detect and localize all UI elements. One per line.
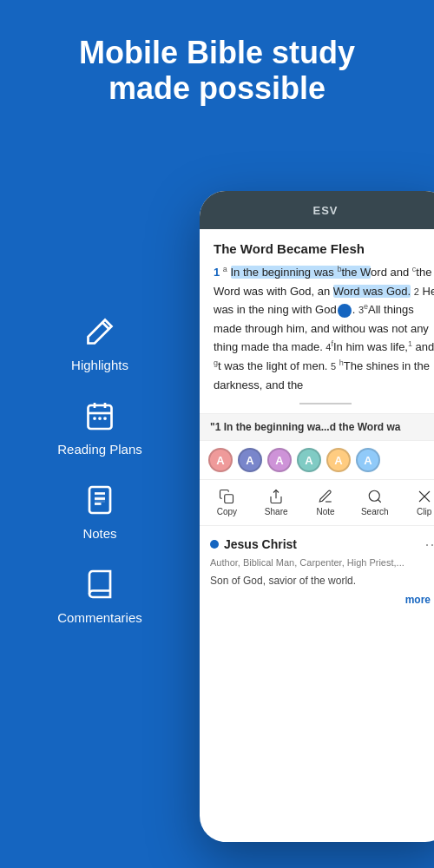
note-label: Note	[316, 507, 334, 516]
color-selector-row[interactable]: A A A A A A	[200, 441, 434, 480]
copy-button[interactable]: Copy	[203, 485, 251, 520]
person-dot-icon	[210, 540, 219, 549]
person-description: Son of God, savior of the world.	[210, 573, 434, 589]
color-option-0[interactable]: A	[208, 448, 233, 472]
sidebar-commentaries-label: Commentaries	[57, 610, 142, 625]
person-tags: Author, Biblical Man, Carpenter, High Pr…	[210, 557, 434, 568]
action-bar: Copy Share Note Search	[200, 480, 434, 526]
more-link[interactable]: more	[210, 589, 434, 611]
sidebar-item-commentaries[interactable]: Commentaries	[39, 565, 161, 625]
book-icon	[81, 565, 119, 603]
color-option-5[interactable]: A	[356, 448, 380, 472]
person-card-header: Jesus Christ ⋯	[210, 535, 434, 554]
bible-text: 1 a In the beginning was bthe Word and c…	[214, 263, 434, 394]
sidebar-reading-plans-label: Reading Plans	[57, 442, 142, 457]
verse-number-1: 1	[214, 266, 220, 279]
hero-title: Mobile Bible study made possible	[0, 35, 434, 107]
sidebar-item-notes[interactable]: Notes	[39, 481, 161, 541]
search-icon	[367, 489, 383, 504]
color-option-2[interactable]: A	[267, 448, 292, 472]
highlighted-text-2: Word was God.	[333, 285, 411, 298]
color-option-3[interactable]: A	[297, 448, 321, 472]
share-icon	[268, 489, 284, 504]
note-icon	[318, 489, 333, 504]
copy-label: Copy	[217, 507, 237, 516]
sidebar-item-reading-plans[interactable]: Reading Plans	[39, 397, 161, 457]
sidebar-notes-label: Notes	[82, 526, 116, 541]
share-label: Share	[265, 507, 288, 516]
clip-button[interactable]: Clip	[400, 485, 434, 520]
bible-version-label: ESV	[312, 204, 338, 217]
verse-preview: "1 In the beginning wa...d the Word wa	[200, 413, 434, 441]
phone-mockup: ESV The Word Became Flesh 1 a In the beg…	[200, 191, 434, 842]
svg-line-16	[378, 500, 380, 503]
highlighted-text-1: In the beginning was bthe W	[231, 266, 372, 279]
selection-handle	[338, 304, 352, 318]
color-option-4[interactable]: A	[326, 448, 351, 472]
document-icon	[81, 481, 119, 519]
svg-rect-12	[95, 496, 105, 503]
person-card: Jesus Christ ⋯ Author, Biblical Man, Car…	[200, 526, 434, 620]
sidebar: Highlights Reading Plans	[0, 312, 200, 649]
pen-icon	[81, 312, 119, 351]
divider	[299, 403, 352, 404]
note-button[interactable]: Note	[302, 485, 350, 520]
verse-ref-a: a	[223, 266, 227, 279]
phone-top-bar: ESV	[200, 191, 434, 229]
search-button[interactable]: Search	[351, 485, 398, 520]
sidebar-item-highlights[interactable]: Highlights	[39, 312, 161, 372]
person-name: Jesus Christ	[224, 537, 297, 551]
search-label: Search	[361, 507, 389, 516]
bible-section-title: The Word Became Flesh	[214, 241, 434, 256]
clip-icon	[417, 489, 432, 504]
svg-point-15	[369, 491, 379, 502]
more-options-icon[interactable]: ⋯	[424, 535, 434, 554]
verse-number-2: 2	[414, 286, 419, 297]
svg-rect-13	[225, 495, 233, 503]
color-option-1[interactable]: A	[238, 448, 262, 472]
sidebar-highlights-label: Highlights	[71, 358, 128, 372]
person-name-row: Jesus Christ	[210, 537, 297, 551]
bible-content: The Word Became Flesh 1 a In the beginni…	[200, 229, 434, 394]
copy-icon	[219, 489, 234, 504]
clip-label: Clip	[417, 507, 431, 516]
share-button[interactable]: Share	[253, 485, 300, 520]
calendar-icon	[81, 397, 119, 435]
